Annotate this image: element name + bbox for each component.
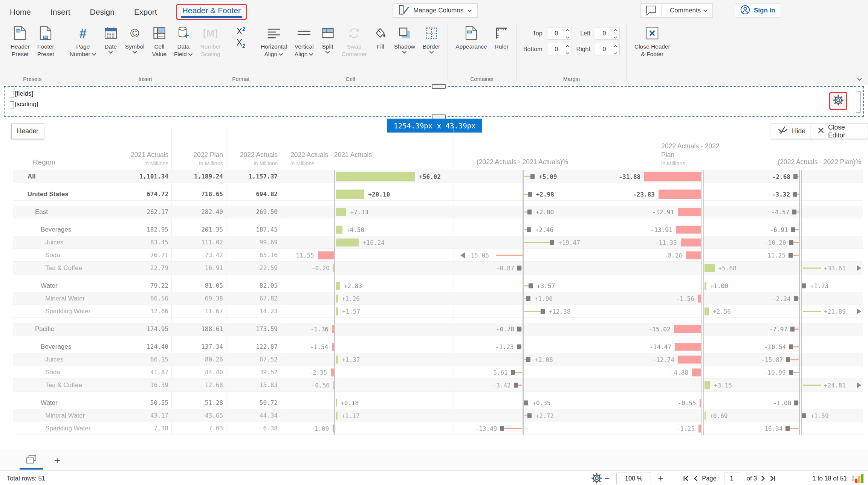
page-number-button[interactable]: #PageNumber: [66, 23, 100, 58]
date-button[interactable]: Date: [100, 23, 121, 54]
margin-right-stepper[interactable]: 0: [595, 43, 620, 55]
column-header[interactable]: 2021 Actualsin Millions: [117, 151, 171, 166]
collapse-ribbon-button[interactable]: [857, 76, 862, 82]
variance-value: -3.42: [493, 381, 511, 389]
table-row[interactable]: Mineral Water66.5669.3867.82+1.26+1.90-1…: [13, 292, 863, 305]
data-field-button[interactable]: DataField: [170, 23, 197, 58]
ribbon-tab-header-footer[interactable]: Header & Footer: [176, 4, 247, 20]
column-header[interactable]: 2022 Actuals - 2022Planin Millions: [610, 142, 743, 166]
margin-left-stepper[interactable]: 0: [595, 27, 620, 40]
ruler-button[interactable]: Ruler: [491, 23, 512, 50]
zoom-in-button[interactable]: +: [656, 473, 665, 483]
sign-in-button[interactable]: Sign in: [735, 3, 781, 18]
add-page-button[interactable]: +: [49, 452, 66, 469]
close-hf-button[interactable]: Close Header& Footer: [631, 23, 674, 58]
manage-columns-button[interactable]: Manage Columns: [393, 3, 478, 18]
table-row[interactable]: Juices66.1580.2667.52+1.37+2.08-12.74-15…: [13, 353, 863, 366]
button-label: Data: [177, 43, 189, 50]
last-page-button[interactable]: [769, 475, 776, 482]
zoom-level-input[interactable]: 100 %: [616, 473, 651, 484]
h-align-button[interactable]: HorizontalAlign: [257, 23, 291, 58]
column-header[interactable]: Region: [13, 158, 117, 166]
plus-icon: +: [54, 455, 60, 467]
report-page-tab[interactable]: [20, 452, 43, 470]
resize-handle-top[interactable]: [432, 84, 446, 89]
table-row[interactable]: Tea & Coffee22.7916.9122.59-0.20-0.87+5.…: [13, 262, 863, 275]
table-row[interactable]: Water79.2281.0582.05+2.83+3.57+1.00+1.23: [13, 279, 863, 292]
fill-button[interactable]: Fill: [371, 23, 390, 50]
header-edit-region[interactable]: [fields] [scaling]: [4, 86, 864, 117]
column-header[interactable]: 2022 Planin Millions: [171, 151, 226, 166]
footer-preset-button[interactable]: FooterPreset: [34, 23, 58, 58]
margin-bottom-stepper[interactable]: 0: [547, 43, 572, 55]
table-settings-button[interactable]: [591, 472, 603, 484]
table-row[interactable]: East262.17282.40269.50+7.33+2.80-12.91-4…: [13, 206, 863, 218]
button-label: Swap: [347, 43, 362, 50]
pin-marker: [550, 240, 554, 245]
header-scaling-placeholder[interactable]: [scaling]: [15, 101, 38, 108]
table-row[interactable]: Water50.5551.2850.72+0.18+0.35-0.55-1.08: [13, 397, 863, 409]
group-label: Presets: [4, 76, 61, 82]
row-label: Mineral Water: [13, 295, 117, 302]
button-label: Footer: [37, 43, 54, 50]
table-row[interactable]: All1,101.341,189.241,157.37+56.02+5.09-3…: [13, 170, 863, 183]
column-header[interactable]: (2022 Actuals - 2022 Plan)%: [743, 158, 863, 166]
appearance-button[interactable]: Appearance: [452, 23, 491, 50]
variance-bar: [704, 381, 710, 389]
table-row[interactable]: United States674.72718.65694.82+20.10+2.…: [13, 188, 863, 201]
table-row[interactable]: Beverages182.95201.35187.45+4.50+2.46-13…: [13, 223, 863, 236]
variance-value: -11.55: [292, 252, 314, 259]
field-drag-handle[interactable]: [10, 101, 14, 108]
margin-top-stepper[interactable]: 0: [547, 27, 572, 40]
table-row[interactable]: Sparkling Water12.6611.6714.23+1.57+12.3…: [13, 305, 863, 318]
button-label: Horizontal: [261, 43, 287, 50]
variance-value: -10.99: [764, 369, 786, 376]
cell-value-button[interactable]: CellValue: [148, 23, 170, 58]
margin-left-label: Left: [576, 30, 590, 37]
v-align-button[interactable]: VerticalAlign: [291, 23, 318, 58]
ribbon-tab-insert[interactable]: Insert: [50, 5, 71, 19]
table-row[interactable]: Soda41.8744.4039.52-2.35-5.61-4.88-10.99: [13, 366, 863, 379]
value-cell: 674.72: [117, 191, 171, 198]
variance-bar: [333, 381, 334, 389]
shadow-button[interactable]: Shadow: [390, 23, 419, 54]
first-page-button[interactable]: [683, 475, 689, 482]
header-settings-button[interactable]: [829, 92, 847, 110]
table-row[interactable]: Beverages124.40137.34122.87-1.54-1.23-14…: [13, 340, 863, 353]
pct-variance-chart-cell: -0.78: [454, 323, 610, 335]
table-row[interactable]: Mineral Water43.1743.6544.34+1.17+2.72+0…: [13, 409, 863, 422]
table-row[interactable]: Soda76.7173.4265.16-11.55-15.05-8.26-11.…: [13, 249, 863, 262]
plan-pct-variance-chart-cell: -11.25: [743, 249, 863, 261]
table-row[interactable]: Tea & Coffee16.3912.6815.83-0.56-3.42+3.…: [13, 379, 863, 392]
ribbon-tab-export[interactable]: Export: [133, 5, 158, 19]
subscript-button[interactable]: X2: [237, 38, 245, 51]
ribbon-tab-design[interactable]: Design: [89, 5, 115, 19]
zoom-out-button[interactable]: −: [603, 473, 611, 483]
pin-marker: [794, 296, 798, 301]
header-preset-button[interactable]: HeaderPreset: [7, 23, 34, 58]
superscript-button[interactable]: X2: [237, 24, 245, 36]
pct-variance-chart-cell: +19.47: [454, 236, 610, 249]
variance-bar: [333, 424, 334, 432]
ribbon-tab-home[interactable]: Home: [9, 5, 32, 19]
prev-page-button[interactable]: [693, 475, 698, 482]
comments-button[interactable]: Comments: [640, 3, 713, 18]
border-button[interactable]: Border: [419, 23, 444, 54]
column-header[interactable]: (2022 Actuals - 2021 Actuals)%: [454, 158, 610, 166]
table-row[interactable]: Sparkling Water7.387.636.38-1.00-13.49-1…: [13, 422, 863, 435]
table-row[interactable]: Pacific174.95188.61173.59-1.36-0.78-15.0…: [13, 323, 863, 336]
next-page-button[interactable]: [761, 475, 766, 482]
header-fields-placeholder[interactable]: [fields]: [15, 90, 33, 98]
plan-pct-variance-chart-cell: +21.89: [743, 305, 863, 317]
split-button[interactable]: Split: [318, 23, 338, 54]
plan-pct-variance-chart-cell: -1.08: [743, 397, 863, 409]
scrollbar[interactable]: [856, 92, 861, 113]
page-number-input[interactable]: 1: [724, 473, 739, 484]
chart-axis: [801, 170, 802, 435]
table-row[interactable]: Juices83.45111.0299.69+16.24+19.47-11.33…: [13, 236, 863, 249]
symbol-button[interactable]: ©Symbol: [121, 23, 148, 54]
field-drag-handle[interactable]: [10, 91, 14, 98]
column-header[interactable]: 2022 Actualsin Millions: [226, 151, 281, 166]
value-cell: 44.34: [226, 412, 281, 419]
column-header[interactable]: 2022 Actuals - 2021 Actualsin Millions: [281, 151, 454, 166]
